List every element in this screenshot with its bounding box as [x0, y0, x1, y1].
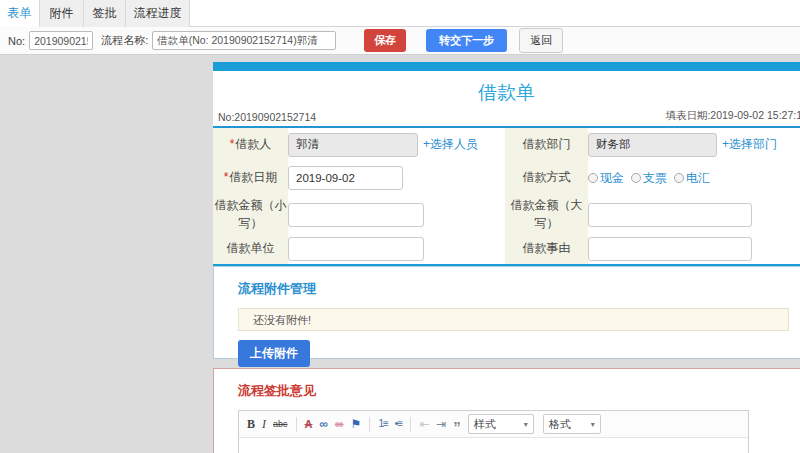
next-step-button[interactable]: 转交下一步 [426, 29, 507, 52]
process-name-input[interactable] [152, 31, 336, 50]
tab-approval[interactable]: 签批 [84, 0, 126, 27]
fill-date: 填表日期:2019-09-02 15:27:1 [665, 109, 800, 123]
unlink-icon[interactable]: ∞ [335, 418, 344, 430]
radio-check-label[interactable]: 支票 [643, 170, 667, 187]
anchor-flag-icon[interactable]: ⚑ [351, 418, 362, 430]
no-label: No: [8, 35, 25, 47]
form-row-1: *借款人 +选择人员 借款部门 +选择部门 [213, 128, 800, 161]
chevron-down-icon: ▾ [524, 420, 528, 429]
loan-date-input[interactable] [288, 166, 403, 190]
form-row-2: *借款日期 借款方式 现金 支票 电汇 [213, 161, 800, 195]
editor-toolbar: B I abc A ∞ ∞ ⚑ 1≡ •≡ ⇤ ⇥ ” 样式 ▾ [239, 411, 748, 438]
approval-heading: 流程签批意见 [238, 382, 800, 400]
amount-upper-input[interactable] [588, 203, 752, 227]
save-button[interactable]: 保存 [364, 29, 406, 52]
approval-panel: 流程签批意见 B I abc A ∞ ∞ ⚑ 1≡ •≡ ⇤ ⇥ ” 样式 [213, 368, 800, 453]
department-label: 借款部门 [505, 128, 588, 161]
amount-upper-label: 借款金额（大写） [505, 195, 588, 234]
radio-cash[interactable] [588, 173, 598, 183]
link-icon[interactable]: ∞ [319, 418, 328, 430]
format-dropdown[interactable]: 格式 ▾ [543, 414, 601, 434]
loan-unit-label: 借款单位 [213, 234, 288, 264]
form-row-3: 借款金额（小写） 借款金额（大写） [213, 195, 800, 234]
chevron-down-icon: ▾ [591, 420, 595, 429]
blockquote-icon[interactable]: ” [453, 423, 461, 431]
amount-lower-input[interactable] [288, 203, 424, 227]
toolbar-separator [296, 417, 297, 432]
form-meta-row: No:20190902152714 填表日期:2019-09-02 15:27:… [213, 109, 800, 126]
borrower-input[interactable] [288, 133, 418, 157]
no-attachment-message: 还没有附件! [238, 308, 789, 331]
page-title: 借款单 [213, 71, 800, 109]
no-input[interactable] [29, 31, 93, 50]
doc-number: No:20190902152714 [218, 111, 316, 123]
toolbar-separator [369, 417, 370, 432]
indent-icon[interactable]: ⇥ [436, 418, 446, 430]
loan-method-label: 借款方式 [505, 161, 588, 195]
remove-format-icon[interactable]: A [305, 419, 313, 430]
radio-check[interactable] [631, 173, 641, 183]
loan-form-panel: 借款单 No:20190902152714 填表日期:2019-09-02 15… [213, 62, 800, 270]
radio-cash-label[interactable]: 现金 [600, 170, 624, 187]
upload-attachment-button[interactable]: 上传附件 [238, 340, 310, 367]
bold-icon[interactable]: B [247, 418, 255, 430]
amount-lower-label: 借款金额（小写） [213, 195, 288, 234]
bulleted-list-icon[interactable]: •≡ [395, 419, 402, 429]
tab-form[interactable]: 表单 [0, 0, 40, 27]
content-area: 借款单 No:20190902152714 填表日期:2019-09-02 15… [0, 56, 800, 453]
process-name-label: 流程名称: [101, 33, 148, 48]
top-toolbar: No: 流程名称: 保存 转交下一步 返回 [0, 27, 800, 55]
tab-attachments[interactable]: 附件 [40, 0, 84, 27]
editor-content[interactable] [239, 438, 748, 453]
borrower-label: *借款人 [213, 128, 288, 161]
back-button[interactable]: 返回 [519, 28, 563, 53]
loan-unit-input[interactable] [288, 237, 424, 261]
styles-dropdown[interactable]: 样式 ▾ [468, 414, 534, 434]
required-mark: * [224, 170, 229, 184]
strikethrough-icon[interactable]: abc [273, 420, 288, 429]
required-mark: * [230, 137, 235, 151]
select-person-link[interactable]: +选择人员 [423, 136, 478, 153]
numbered-list-icon[interactable]: 1≡ [378, 419, 387, 429]
outdent-icon[interactable]: ⇤ [419, 418, 429, 430]
attachments-panel: 流程附件管理 还没有附件! 上传附件 [213, 266, 800, 359]
panel-top-bar [213, 62, 800, 71]
loan-method-radios: 现金 支票 电汇 [588, 170, 710, 187]
radio-wire[interactable] [674, 173, 684, 183]
tab-bar: 表单 附件 签批 流程进度 [0, 0, 800, 27]
loan-reason-label: 借款事由 [505, 234, 588, 264]
italic-icon[interactable]: I [262, 418, 266, 430]
radio-wire-label[interactable]: 电汇 [686, 170, 710, 187]
comment-editor: B I abc A ∞ ∞ ⚑ 1≡ •≡ ⇤ ⇥ ” 样式 ▾ [238, 410, 749, 453]
loan-reason-input[interactable] [588, 237, 752, 261]
tab-progress[interactable]: 流程进度 [126, 0, 190, 27]
toolbar-separator [410, 417, 411, 432]
loan-date-label: *借款日期 [213, 161, 288, 195]
attachments-heading: 流程附件管理 [238, 280, 800, 298]
department-input[interactable] [588, 133, 717, 157]
select-department-link[interactable]: +选择部门 [722, 136, 777, 153]
form-row-4: 借款单位 借款事由 [213, 234, 800, 264]
